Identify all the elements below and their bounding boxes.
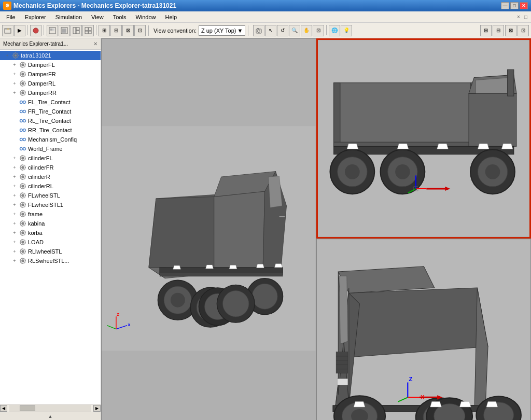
menu-tools[interactable]: Tools (109, 13, 131, 21)
tree-expand-icon[interactable]: + (11, 155, 18, 161)
toolbar-play-btn[interactable]: ▶ (14, 25, 25, 36)
menu-window[interactable]: Window (131, 13, 160, 21)
menu-bar-minimize[interactable]: × (515, 14, 522, 20)
toolbar-view-btn-2[interactable] (59, 25, 70, 36)
toolbar-camera-btn[interactable] (253, 25, 264, 36)
menu-file[interactable]: File (2, 13, 20, 21)
tree-expand-icon[interactable]: + (11, 183, 18, 189)
toolbar-open-btn[interactable] (2, 25, 13, 36)
toolbar-view-btn-3[interactable] (71, 25, 82, 36)
scroll-right-btn[interactable]: ▶ (93, 405, 101, 412)
panel-expand-btn[interactable]: ▲ (0, 412, 101, 420)
toolbar-btn-2[interactable] (30, 25, 41, 36)
tree-item[interactable]: +DamperRR (0, 88, 101, 97)
tree-expand-icon[interactable]: + (11, 174, 18, 180)
tree-item[interactable]: +RLlwheelSTL (0, 247, 101, 256)
tree-expand-icon[interactable]: + (11, 230, 18, 236)
svg-rect-7 (62, 29, 66, 33)
tree-content[interactable]: +tatra131021+DamperFL+DamperFR+DamperRL+… (0, 50, 101, 404)
close-button[interactable]: ✕ (520, 2, 528, 9)
svg-rect-17 (257, 28, 259, 29)
tree-expand-icon[interactable]: + (11, 71, 18, 77)
svg-point-48 (22, 222, 24, 225)
toolbar-fit-btn[interactable]: ⊡ (313, 25, 324, 36)
svg-marker-106 (347, 144, 358, 149)
h-scroll-thumb[interactable] (20, 405, 35, 411)
tree-item[interactable]: +cilinderFR (0, 163, 101, 172)
menu-bar-restore[interactable]: □ (523, 14, 529, 20)
menu-view[interactable]: View (87, 13, 108, 21)
tree-expand-icon[interactable]: + (11, 258, 18, 264)
viewport-bottom-right[interactable]: X Z (316, 239, 532, 420)
tree-item[interactable]: +cilinderFL (0, 153, 101, 163)
toolbar-rotate-btn[interactable]: ↺ (277, 25, 288, 36)
tree-item[interactable]: +cilinderRL (0, 181, 101, 191)
viewport-top-right[interactable] (316, 38, 532, 239)
tree-expand-icon[interactable]: + (11, 90, 18, 96)
panel-tab-close-btn[interactable]: ✕ (93, 41, 97, 47)
view-convention-select[interactable]: Z up (XY Top) ▼ (199, 25, 245, 36)
toolbar-grid-btn-3[interactable]: ⊠ (122, 25, 134, 36)
toolbar-pointer-btn[interactable]: ↖ (265, 25, 276, 36)
tree-item[interactable]: +DamperRL (0, 79, 101, 88)
tree-item[interactable]: +korba (0, 228, 101, 237)
tree-item[interactable]: RL_Tire_Contact (0, 116, 101, 125)
tree-expand-icon[interactable]: + (11, 80, 18, 87)
tree-item[interactable]: +LOAD (0, 237, 101, 247)
tree-item[interactable]: RR_Tire_Contact (0, 125, 101, 135)
tree-item[interactable]: +DamperFR (0, 69, 101, 79)
svg-marker-78 (229, 265, 237, 269)
tree-h-scroll[interactable]: ◀ ▶ (0, 404, 101, 412)
link-icon (19, 135, 27, 144)
toolbar-layout-4[interactable]: ⊡ (518, 25, 529, 36)
toolbar-grid-btn-2[interactable]: ⊟ (110, 25, 122, 36)
tree-item[interactable]: +frame (0, 209, 101, 219)
tree-item[interactable]: +RLSwheelSTL... (0, 256, 101, 265)
toolbar-globe-btn[interactable]: 🌐 (329, 25, 340, 36)
tree-item[interactable]: +DamperFL (0, 60, 101, 69)
toolbar-layout-1[interactable]: ⊞ (480, 25, 492, 36)
svg-point-39 (23, 148, 26, 150)
minimize-button[interactable]: — (501, 2, 509, 9)
maximize-button[interactable]: □ (510, 2, 519, 9)
tree-item[interactable]: +FLwheelSTL1 (0, 200, 101, 209)
tree-expand-icon[interactable] (11, 99, 18, 105)
tree-expand-icon[interactable] (11, 146, 18, 152)
tree-expand-icon[interactable]: + (11, 239, 18, 245)
tree-expand-icon[interactable] (11, 127, 18, 133)
tree-expand-icon[interactable] (11, 118, 18, 124)
tree-item[interactable]: +tatra131021 (0, 51, 101, 60)
tree-expand-icon[interactable]: + (11, 211, 18, 217)
tree-expand-icon[interactable]: + (11, 62, 18, 68)
menu-simulation[interactable]: Simulation (51, 13, 86, 21)
toolbar-grid-btn-4[interactable]: ⊡ (134, 25, 146, 36)
toolbar-grid-btn[interactable]: ⊞ (99, 25, 110, 36)
toolbar-view-btn-1[interactable] (47, 25, 58, 36)
toolbar-layout-3[interactable]: ⊠ (505, 25, 516, 36)
toolbar-zoom-btn[interactable]: 🔍 (289, 25, 300, 36)
tree-expand-icon[interactable]: + (11, 192, 18, 199)
tree-item[interactable]: Mechanism_Confiq (0, 135, 101, 144)
tree-expand-icon[interactable]: + (11, 248, 18, 255)
tree-expand-icon[interactable]: + (4, 52, 10, 59)
toolbar-view-btn-4[interactable] (82, 25, 94, 36)
tree-item[interactable]: +cilinderR (0, 172, 101, 181)
viewport-main-render: X Z (102, 39, 316, 420)
menu-explorer[interactable]: Explorer (21, 13, 50, 21)
tree-item[interactable]: FL_Tire_Contact (0, 97, 101, 107)
tree-item[interactable]: +FLwheelSTL (0, 191, 101, 200)
scroll-left-btn[interactable]: ◀ (0, 405, 7, 412)
viewport-main[interactable]: X Z (101, 38, 316, 420)
tree-item[interactable]: World_Frame (0, 144, 101, 153)
tree-expand-icon[interactable]: + (11, 220, 18, 227)
tree-item[interactable]: FR_Tire_Contact (0, 107, 101, 116)
tree-expand-icon[interactable]: + (11, 202, 18, 208)
toolbar-pan-btn[interactable]: ✋ (301, 25, 312, 36)
tree-expand-icon[interactable]: + (11, 164, 18, 171)
menu-help[interactable]: Help (161, 13, 181, 21)
tree-item[interactable]: +kabina (0, 219, 101, 228)
toolbar-light-btn[interactable]: 💡 (341, 25, 352, 36)
tree-expand-icon[interactable] (11, 136, 18, 143)
tree-expand-icon[interactable] (11, 108, 18, 115)
toolbar-layout-2[interactable]: ⊟ (493, 25, 504, 36)
